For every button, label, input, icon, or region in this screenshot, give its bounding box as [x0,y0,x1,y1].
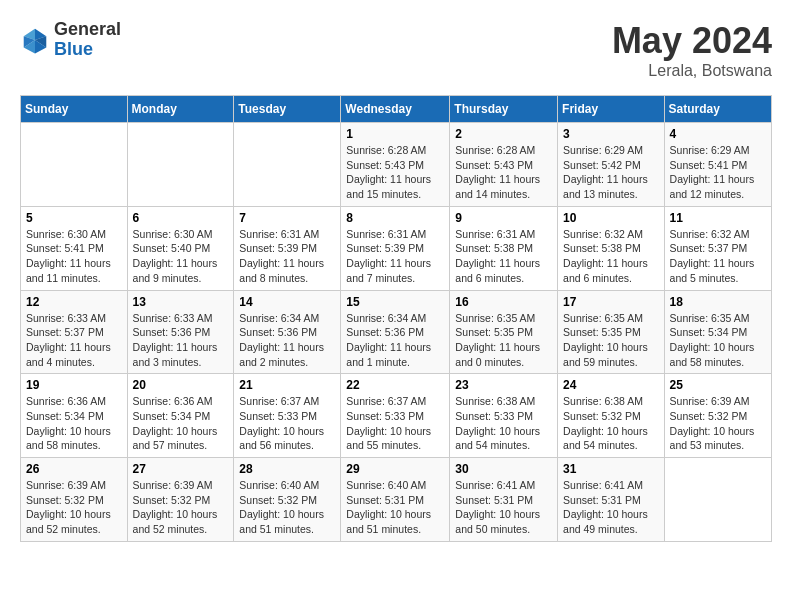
calendar-title: May 2024 [612,20,772,62]
day-number: 10 [563,211,659,225]
calendar-day-cell: 12Sunrise: 6:33 AMSunset: 5:37 PMDayligh… [21,290,128,374]
calendar-day-cell: 5Sunrise: 6:30 AMSunset: 5:41 PMDaylight… [21,206,128,290]
day-info: Sunrise: 6:31 AMSunset: 5:39 PMDaylight:… [346,227,444,286]
day-number: 22 [346,378,444,392]
calendar-day-cell: 22Sunrise: 6:37 AMSunset: 5:33 PMDayligh… [341,374,450,458]
calendar-day-cell: 2Sunrise: 6:28 AMSunset: 5:43 PMDaylight… [450,123,558,207]
day-number: 3 [563,127,659,141]
day-info: Sunrise: 6:31 AMSunset: 5:39 PMDaylight:… [239,227,335,286]
calendar-week-row: 5Sunrise: 6:30 AMSunset: 5:41 PMDaylight… [21,206,772,290]
day-number: 27 [133,462,229,476]
calendar-day-cell: 28Sunrise: 6:40 AMSunset: 5:32 PMDayligh… [234,458,341,542]
calendar-week-row: 12Sunrise: 6:33 AMSunset: 5:37 PMDayligh… [21,290,772,374]
calendar-day-cell [664,458,771,542]
calendar-day-cell: 24Sunrise: 6:38 AMSunset: 5:32 PMDayligh… [558,374,665,458]
day-info: Sunrise: 6:35 AMSunset: 5:34 PMDaylight:… [670,311,766,370]
day-info: Sunrise: 6:39 AMSunset: 5:32 PMDaylight:… [26,478,122,537]
day-info: Sunrise: 6:37 AMSunset: 5:33 PMDaylight:… [239,394,335,453]
day-number: 12 [26,295,122,309]
weekday-header: Thursday [450,96,558,123]
weekday-header: Saturday [664,96,771,123]
day-number: 15 [346,295,444,309]
day-info: Sunrise: 6:40 AMSunset: 5:31 PMDaylight:… [346,478,444,537]
calendar-day-cell: 9Sunrise: 6:31 AMSunset: 5:38 PMDaylight… [450,206,558,290]
day-info: Sunrise: 6:35 AMSunset: 5:35 PMDaylight:… [563,311,659,370]
day-number: 4 [670,127,766,141]
calendar-day-cell: 26Sunrise: 6:39 AMSunset: 5:32 PMDayligh… [21,458,128,542]
day-number: 2 [455,127,552,141]
day-number: 28 [239,462,335,476]
day-info: Sunrise: 6:30 AMSunset: 5:40 PMDaylight:… [133,227,229,286]
calendar-day-cell: 3Sunrise: 6:29 AMSunset: 5:42 PMDaylight… [558,123,665,207]
calendar-day-cell: 8Sunrise: 6:31 AMSunset: 5:39 PMDaylight… [341,206,450,290]
day-info: Sunrise: 6:39 AMSunset: 5:32 PMDaylight:… [670,394,766,453]
day-number: 17 [563,295,659,309]
page-header: General Blue May 2024 Lerala, Botswana [20,20,772,80]
calendar-day-cell: 13Sunrise: 6:33 AMSunset: 5:36 PMDayligh… [127,290,234,374]
day-info: Sunrise: 6:36 AMSunset: 5:34 PMDaylight:… [26,394,122,453]
day-info: Sunrise: 6:29 AMSunset: 5:41 PMDaylight:… [670,143,766,202]
day-number: 19 [26,378,122,392]
calendar-header-row: SundayMondayTuesdayWednesdayThursdayFrid… [21,96,772,123]
calendar-location: Lerala, Botswana [612,62,772,80]
logo: General Blue [20,20,121,60]
day-info: Sunrise: 6:32 AMSunset: 5:37 PMDaylight:… [670,227,766,286]
calendar-day-cell: 16Sunrise: 6:35 AMSunset: 5:35 PMDayligh… [450,290,558,374]
day-info: Sunrise: 6:37 AMSunset: 5:33 PMDaylight:… [346,394,444,453]
calendar-day-cell: 10Sunrise: 6:32 AMSunset: 5:38 PMDayligh… [558,206,665,290]
day-info: Sunrise: 6:33 AMSunset: 5:37 PMDaylight:… [26,311,122,370]
calendar-day-cell: 29Sunrise: 6:40 AMSunset: 5:31 PMDayligh… [341,458,450,542]
day-number: 24 [563,378,659,392]
weekday-header: Monday [127,96,234,123]
day-info: Sunrise: 6:28 AMSunset: 5:43 PMDaylight:… [455,143,552,202]
day-number: 11 [670,211,766,225]
day-number: 5 [26,211,122,225]
day-number: 18 [670,295,766,309]
day-number: 6 [133,211,229,225]
day-info: Sunrise: 6:32 AMSunset: 5:38 PMDaylight:… [563,227,659,286]
weekday-header: Wednesday [341,96,450,123]
calendar-week-row: 19Sunrise: 6:36 AMSunset: 5:34 PMDayligh… [21,374,772,458]
day-number: 21 [239,378,335,392]
calendar-day-cell: 19Sunrise: 6:36 AMSunset: 5:34 PMDayligh… [21,374,128,458]
calendar-day-cell [234,123,341,207]
day-number: 31 [563,462,659,476]
logo-icon [20,25,50,55]
day-number: 14 [239,295,335,309]
calendar-day-cell: 27Sunrise: 6:39 AMSunset: 5:32 PMDayligh… [127,458,234,542]
title-block: May 2024 Lerala, Botswana [612,20,772,80]
calendar-day-cell [21,123,128,207]
calendar-day-cell: 18Sunrise: 6:35 AMSunset: 5:34 PMDayligh… [664,290,771,374]
day-info: Sunrise: 6:30 AMSunset: 5:41 PMDaylight:… [26,227,122,286]
day-info: Sunrise: 6:36 AMSunset: 5:34 PMDaylight:… [133,394,229,453]
day-number: 9 [455,211,552,225]
calendar-day-cell: 31Sunrise: 6:41 AMSunset: 5:31 PMDayligh… [558,458,665,542]
weekday-header: Tuesday [234,96,341,123]
calendar-day-cell: 15Sunrise: 6:34 AMSunset: 5:36 PMDayligh… [341,290,450,374]
calendar-day-cell: 25Sunrise: 6:39 AMSunset: 5:32 PMDayligh… [664,374,771,458]
calendar-day-cell: 11Sunrise: 6:32 AMSunset: 5:37 PMDayligh… [664,206,771,290]
calendar-day-cell: 21Sunrise: 6:37 AMSunset: 5:33 PMDayligh… [234,374,341,458]
day-info: Sunrise: 6:31 AMSunset: 5:38 PMDaylight:… [455,227,552,286]
weekday-header: Sunday [21,96,128,123]
day-info: Sunrise: 6:39 AMSunset: 5:32 PMDaylight:… [133,478,229,537]
calendar-table: SundayMondayTuesdayWednesdayThursdayFrid… [20,95,772,542]
logo-general-text: General [54,20,121,40]
logo-text: General Blue [54,20,121,60]
day-number: 16 [455,295,552,309]
logo-blue-text: Blue [54,40,121,60]
day-number: 7 [239,211,335,225]
calendar-day-cell: 14Sunrise: 6:34 AMSunset: 5:36 PMDayligh… [234,290,341,374]
day-info: Sunrise: 6:29 AMSunset: 5:42 PMDaylight:… [563,143,659,202]
calendar-day-cell: 7Sunrise: 6:31 AMSunset: 5:39 PMDaylight… [234,206,341,290]
calendar-day-cell: 20Sunrise: 6:36 AMSunset: 5:34 PMDayligh… [127,374,234,458]
day-number: 30 [455,462,552,476]
calendar-day-cell: 4Sunrise: 6:29 AMSunset: 5:41 PMDaylight… [664,123,771,207]
day-number: 26 [26,462,122,476]
day-number: 1 [346,127,444,141]
day-number: 8 [346,211,444,225]
calendar-day-cell: 23Sunrise: 6:38 AMSunset: 5:33 PMDayligh… [450,374,558,458]
day-info: Sunrise: 6:41 AMSunset: 5:31 PMDaylight:… [455,478,552,537]
day-info: Sunrise: 6:34 AMSunset: 5:36 PMDaylight:… [346,311,444,370]
day-info: Sunrise: 6:38 AMSunset: 5:32 PMDaylight:… [563,394,659,453]
